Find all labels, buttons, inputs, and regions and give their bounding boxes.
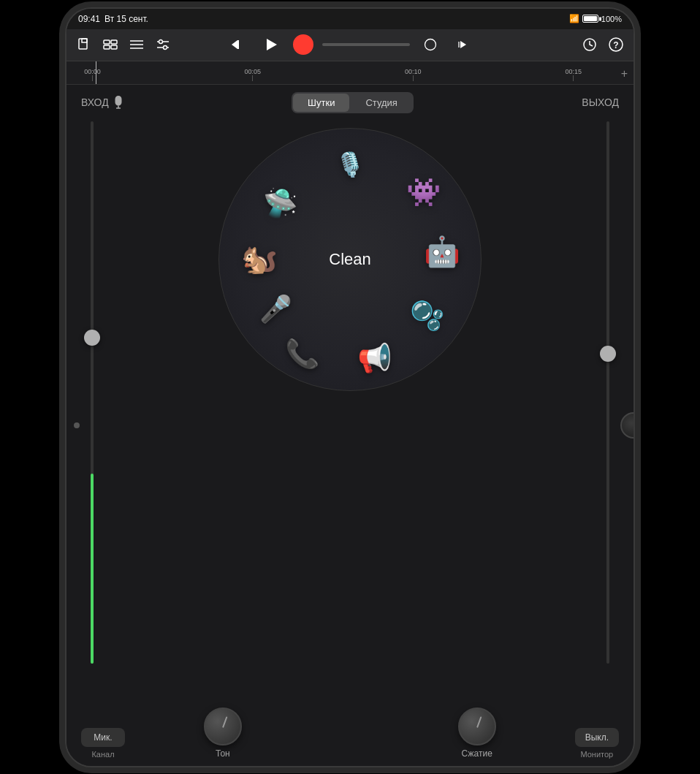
led-indicator — [74, 422, 80, 428]
svg-marker-15 — [267, 39, 277, 50]
mic-button[interactable]: Мик. — [81, 728, 125, 747]
battery-icon — [582, 15, 598, 23]
wifi-icon: 📶 — [569, 14, 579, 23]
battery-percent: 100% — [601, 15, 622, 23]
svg-rect-1 — [82, 39, 87, 42]
compression-knob-section: Сжатие — [458, 707, 496, 759]
svg-rect-5 — [111, 45, 117, 49]
compression-knob[interactable] — [458, 707, 496, 745]
svg-point-16 — [425, 39, 436, 50]
playhead[interactable] — [96, 61, 96, 84]
voice-bubble[interactable]: 🫧 — [410, 300, 444, 332]
svg-point-12 — [164, 46, 167, 50]
metronome-button[interactable] — [419, 33, 442, 56]
rewind-button[interactable] — [226, 33, 249, 56]
monitor-label: Монитор — [580, 750, 613, 759]
voice-robot[interactable]: 🤖 — [424, 235, 460, 269]
tempo-button[interactable] — [578, 33, 601, 56]
voice-tabs: Шутки Студия — [292, 92, 414, 113]
input-slider[interactable] — [81, 121, 103, 664]
home-button[interactable] — [620, 412, 635, 439]
input-level-fill — [91, 474, 94, 664]
main-content: ВХОД Шутки Студия ВЫХОД — [66, 85, 634, 766]
status-bar: 09:41 Вт 15 сент. 📶 100% — [66, 9, 634, 29]
ruler-mark-5: 00:05 — [232, 68, 273, 81]
clean-voice-label[interactable]: Clean — [329, 250, 370, 269]
count-in-button[interactable] — [451, 33, 474, 56]
svg-rect-2 — [104, 40, 110, 44]
voice-monster[interactable]: 👾 — [406, 176, 441, 208]
toolbar: ? — [66, 29, 634, 61]
voice-ufo[interactable]: 🛸 — [263, 187, 297, 219]
mic-channel-section: Мик. Канал — [81, 728, 125, 759]
record-button[interactable] — [293, 34, 313, 55]
input-label: ВХОД — [81, 96, 123, 109]
input-slider-track — [91, 121, 94, 664]
bottom-controls: Мик. Канал Тон Сжатие Выкл. Монитор — [66, 707, 634, 759]
monitor-off-button[interactable]: Выкл. — [575, 728, 619, 747]
output-slider-track — [606, 121, 609, 664]
svg-rect-3 — [111, 40, 117, 44]
ruler-mark-10: 00:10 — [393, 68, 433, 81]
progress-bar — [322, 43, 410, 46]
output-slider[interactable] — [597, 121, 619, 664]
svg-rect-0 — [79, 39, 87, 49]
timeline: 00:00 00:05 00:10 00:15 + — [66, 61, 634, 85]
ruler-mark-15: 00:15 — [553, 68, 593, 81]
channel-label: Канал — [91, 750, 114, 759]
tab-jokes[interactable]: Шутки — [293, 94, 349, 112]
svg-text:?: ? — [613, 40, 618, 50]
status-date: Вт 15 сент. — [104, 14, 148, 24]
io-row: ВХОД Шутки Студия ВЫХОД — [66, 85, 634, 121]
svg-point-10 — [159, 40, 163, 44]
help-button[interactable]: ? — [604, 33, 628, 56]
play-button[interactable] — [258, 31, 284, 58]
add-track-button[interactable]: + — [621, 67, 628, 80]
ruler-mark-0: 00:00 — [72, 68, 113, 81]
eq-settings-button[interactable] — [151, 33, 175, 56]
tone-label: Тон — [216, 748, 230, 759]
voice-squirrel[interactable]: 🐿️ — [241, 242, 278, 276]
input-slider-thumb[interactable] — [84, 330, 100, 346]
output-label: ВЫХОД — [582, 96, 619, 108]
voice-microphone[interactable]: 🎙️ — [335, 151, 365, 178]
monitor-section: Выкл. Монитор — [575, 728, 619, 759]
svg-rect-14 — [237, 40, 239, 49]
tab-studio[interactable]: Студия — [351, 94, 411, 112]
tone-knob-section: Тон — [204, 707, 242, 759]
timeline-ruler: 00:00 00:05 00:10 00:15 — [66, 68, 634, 81]
list-view-button[interactable] — [125, 33, 148, 56]
svg-rect-4 — [104, 45, 110, 49]
voice-standing-mic[interactable]: 🎤 — [259, 294, 292, 325]
voice-telephone[interactable]: 📞 — [285, 338, 319, 370]
svg-marker-13 — [232, 40, 237, 49]
output-slider-thumb[interactable] — [600, 346, 616, 362]
new-project-button[interactable] — [72, 33, 96, 56]
voice-wheel[interactable]: Clean 🎙️ 🛸 👾 🐿️ 🤖 — [218, 128, 482, 391]
tone-knob[interactable] — [204, 707, 242, 745]
status-time: 09:41 — [78, 14, 100, 24]
tracks-view-button[interactable] — [99, 33, 122, 56]
compression-label: Сжатие — [462, 748, 492, 759]
svg-marker-17 — [460, 41, 466, 48]
voice-megaphone[interactable]: 📢 — [357, 342, 392, 374]
voice-wheel-container: Clean 🎙️ 🛸 👾 🐿️ 🤖 — [218, 128, 482, 391]
